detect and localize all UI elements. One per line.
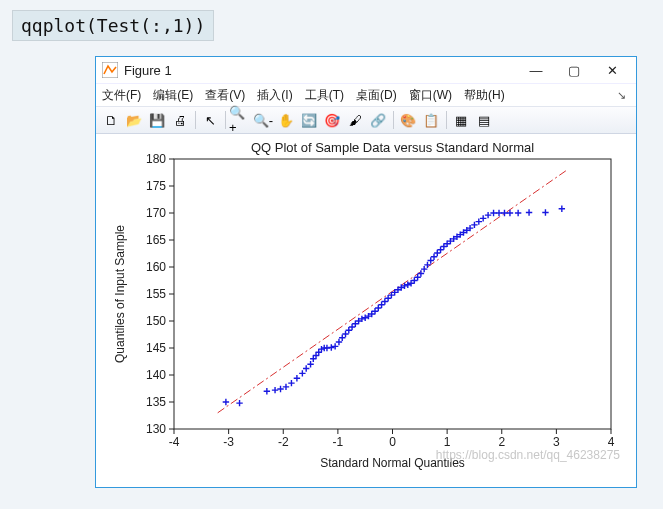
svg-text:QQ Plot of Sample Data versus : QQ Plot of Sample Data versus Standard N… bbox=[251, 140, 534, 155]
menu-insert[interactable]: 插入(I) bbox=[257, 87, 292, 104]
matlab-figure-icon bbox=[102, 62, 118, 78]
print-icon[interactable]: 🖨 bbox=[169, 109, 191, 131]
pan-icon[interactable]: ✋ bbox=[275, 109, 297, 131]
zoom-in-icon[interactable]: 🔍+ bbox=[229, 109, 251, 131]
qq-plot: -4-3-2-101234130135140145150155160165170… bbox=[106, 137, 626, 477]
window-controls: — ▢ ✕ bbox=[518, 59, 630, 81]
menu-view[interactable]: 查看(V) bbox=[205, 87, 245, 104]
link-icon[interactable]: 🔗 bbox=[367, 109, 389, 131]
zoom-out-icon[interactable]: 🔍- bbox=[252, 109, 274, 131]
separator bbox=[446, 111, 447, 129]
svg-text:https://blog.csdn.net/qq_46238: https://blog.csdn.net/qq_46238275 bbox=[436, 448, 620, 462]
colorbar-icon[interactable]: 🎨 bbox=[397, 109, 419, 131]
separator bbox=[393, 111, 394, 129]
titlebar[interactable]: Figure 1 — ▢ ✕ bbox=[96, 57, 636, 83]
open-icon[interactable]: 📂 bbox=[123, 109, 145, 131]
data-cursor-icon[interactable]: 🎯 bbox=[321, 109, 343, 131]
separator bbox=[195, 111, 196, 129]
new-figure-icon[interactable]: 🗋 bbox=[100, 109, 122, 131]
svg-text:150: 150 bbox=[146, 314, 166, 328]
toolbar: 🗋 📂 💾 🖨 ↖ 🔍+ 🔍- ✋ 🔄 🎯 🖌 🔗 🎨 📋 ▦ ▤ bbox=[96, 106, 636, 134]
menu-tools[interactable]: 工具(T) bbox=[305, 87, 344, 104]
figure-window: Figure 1 — ▢ ✕ 文件(F) 编辑(E) 查看(V) 插入(I) 工… bbox=[95, 56, 637, 488]
code-line: qqplot(Test(:,1)) bbox=[12, 10, 214, 41]
svg-text:160: 160 bbox=[146, 260, 166, 274]
rotate-icon[interactable]: 🔄 bbox=[298, 109, 320, 131]
svg-text:2: 2 bbox=[498, 435, 505, 449]
menu-window[interactable]: 窗口(W) bbox=[409, 87, 452, 104]
menu-edit[interactable]: 编辑(E) bbox=[153, 87, 193, 104]
svg-text:-4: -4 bbox=[169, 435, 180, 449]
save-icon[interactable]: 💾 bbox=[146, 109, 168, 131]
svg-text:1: 1 bbox=[444, 435, 451, 449]
menu-overflow-icon[interactable]: ↘ bbox=[617, 89, 630, 102]
plot-area[interactable]: -4-3-2-101234130135140145150155160165170… bbox=[106, 137, 626, 477]
window-title: Figure 1 bbox=[124, 63, 172, 78]
layout2-icon[interactable]: ▤ bbox=[473, 109, 495, 131]
svg-text:0: 0 bbox=[389, 435, 396, 449]
layout1-icon[interactable]: ▦ bbox=[450, 109, 472, 131]
menu-help[interactable]: 帮助(H) bbox=[464, 87, 505, 104]
svg-text:-1: -1 bbox=[333, 435, 344, 449]
svg-text:165: 165 bbox=[146, 233, 166, 247]
legend-icon[interactable]: 📋 bbox=[420, 109, 442, 131]
menubar: 文件(F) 编辑(E) 查看(V) 插入(I) 工具(T) 桌面(D) 窗口(W… bbox=[96, 83, 636, 106]
svg-text:140: 140 bbox=[146, 368, 166, 382]
menu-desktop[interactable]: 桌面(D) bbox=[356, 87, 397, 104]
svg-text:135: 135 bbox=[146, 395, 166, 409]
svg-text:4: 4 bbox=[608, 435, 615, 449]
cursor-icon[interactable]: ↖ bbox=[199, 109, 221, 131]
svg-text:Quantiles of Input Sample: Quantiles of Input Sample bbox=[113, 225, 127, 363]
svg-text:145: 145 bbox=[146, 341, 166, 355]
svg-text:-2: -2 bbox=[278, 435, 289, 449]
svg-text:180: 180 bbox=[146, 152, 166, 166]
brush-icon[interactable]: 🖌 bbox=[344, 109, 366, 131]
svg-text:-3: -3 bbox=[223, 435, 234, 449]
svg-text:130: 130 bbox=[146, 422, 166, 436]
maximize-button[interactable]: ▢ bbox=[556, 59, 592, 81]
svg-text:170: 170 bbox=[146, 206, 166, 220]
svg-text:3: 3 bbox=[553, 435, 560, 449]
minimize-button[interactable]: — bbox=[518, 59, 554, 81]
menu-file[interactable]: 文件(F) bbox=[102, 87, 141, 104]
separator bbox=[225, 111, 226, 129]
svg-text:175: 175 bbox=[146, 179, 166, 193]
svg-rect-1 bbox=[174, 159, 611, 429]
close-button[interactable]: ✕ bbox=[594, 59, 630, 81]
svg-text:155: 155 bbox=[146, 287, 166, 301]
